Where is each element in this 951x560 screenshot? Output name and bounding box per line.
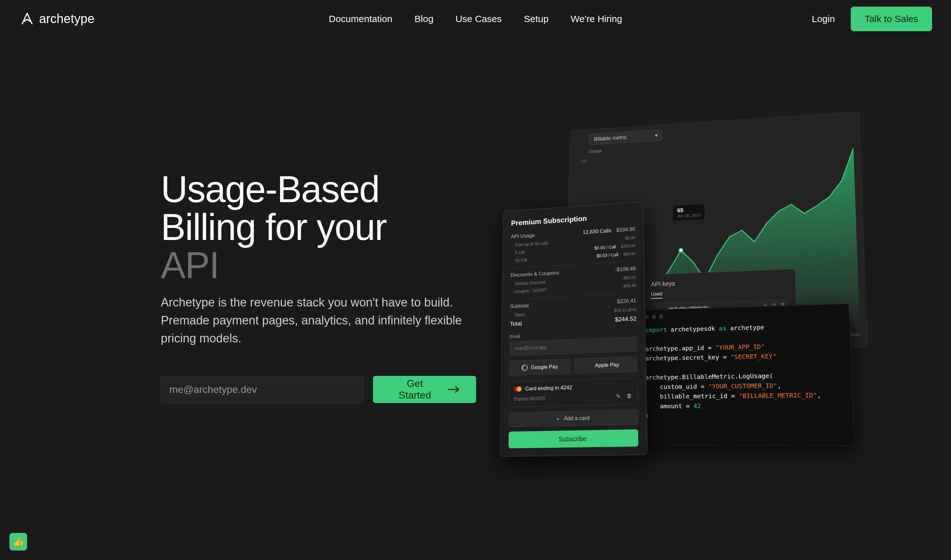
amount: -$58.49	[622, 283, 636, 289]
archetype-mark-icon	[19, 11, 35, 27]
traffic-yellow-icon	[652, 315, 656, 319]
label: Discounts & Coupons	[511, 270, 559, 278]
thumbs-up-icon: 👍	[13, 537, 24, 547]
tab-used[interactable]: Used	[651, 291, 662, 298]
nav-blog[interactable]: Blog	[415, 14, 434, 24]
label: Startup Discount	[515, 280, 545, 286]
label: Taxes	[514, 312, 525, 317]
google-pay-button[interactable]: Google Pay	[509, 359, 570, 376]
cta-row: Get Started	[161, 376, 476, 403]
code-token: 42	[693, 402, 701, 409]
code-token: "BILLABLE_METRIC_ID"	[739, 391, 817, 400]
brand-name: archetype	[39, 12, 95, 26]
code-token: "YOUR_CUSTOMER_ID"	[708, 382, 777, 390]
nav-hiring[interactable]: We're Hiring	[571, 14, 622, 24]
code-token: ,	[777, 382, 781, 389]
amount: $18.11 (8%)	[614, 307, 636, 313]
code-token: "YOUR_APP_ID"	[715, 343, 765, 351]
amount: $226.41	[617, 298, 636, 305]
amount: -$50.00	[622, 275, 636, 281]
brand-logo[interactable]: archetype	[19, 11, 95, 27]
rate: $0.03 / Call	[597, 252, 619, 258]
code-token: ,	[817, 391, 821, 399]
line-total: Total $244.52	[510, 315, 637, 328]
product-illustration-cluster: Billable metric ▾ Usage 150 100 50 0	[498, 114, 877, 549]
code-token: .BillableMetric.LogUsage(	[678, 372, 773, 381]
amount: $250.00	[621, 243, 636, 249]
code-token: billable_metric_id =	[645, 392, 739, 400]
google-pay-label: Google Pay	[531, 363, 558, 371]
talk-to-sales-button[interactable]: Talk to Sales	[851, 7, 932, 31]
subscriber-email-input[interactable]	[509, 337, 637, 356]
metric-select[interactable]: Billable metric ▾	[589, 129, 663, 145]
code-token: archetype	[730, 323, 764, 332]
get-started-button[interactable]: Get Started	[373, 376, 476, 403]
code-token: "SECRET_KEY"	[731, 352, 777, 360]
code-token: amount =	[645, 402, 693, 410]
amount: $244.52	[615, 315, 636, 323]
get-started-label: Get Started	[389, 378, 440, 401]
hero-title: Usage-Based Billing for your API	[161, 170, 476, 284]
subscription-panel: Premium Subscription API Usage 12,830 Ca…	[500, 202, 647, 457]
code-token: archetype	[645, 373, 678, 381]
label: API Usage	[511, 232, 535, 240]
subscription-title: Premium Subscription	[511, 211, 635, 227]
code-sample-panel: import archetypesdk as archetype archety…	[639, 304, 855, 446]
card-expiry: Expires 09/2025	[514, 396, 545, 402]
code-token: .app_id =	[678, 344, 715, 352]
label: Coupon: "10OFF"	[514, 288, 547, 294]
amount: $334.90	[616, 226, 635, 233]
code-token: archetype	[645, 345, 678, 352]
label: 5-10k	[515, 250, 525, 255]
add-card-label: Add a card	[564, 415, 589, 422]
hero-email-input[interactable]	[161, 376, 363, 403]
nav-documentation[interactable]: Documentation	[329, 14, 392, 24]
amount: $0.00	[625, 235, 636, 241]
nav-setup[interactable]: Setup	[524, 14, 548, 24]
hero-subtitle: Archetype is the revenue stack you won't…	[161, 294, 463, 348]
label: Total	[510, 320, 522, 327]
traffic-green-icon	[659, 314, 663, 319]
apple-pay-button[interactable]: Apple Pay	[574, 357, 637, 374]
chevron-down-icon: ▾	[655, 132, 658, 138]
google-icon	[522, 365, 528, 371]
header-actions: Login Talk to Sales	[812, 7, 933, 31]
saved-card[interactable]: Card ending in 4242 Expires 09/2025 ✎ 🗑	[509, 378, 637, 408]
site-header: archetype Documentation Blog Use Cases S…	[0, 0, 951, 38]
code-token: archetype	[645, 354, 678, 362]
code-token: .secret_key =	[678, 353, 731, 362]
nav-usecases[interactable]: Use Cases	[455, 14, 502, 24]
hero-copy: Usage-Based Billing for your API Archety…	[161, 170, 476, 403]
code-token: as	[719, 325, 726, 332]
svg-point-0	[679, 248, 683, 252]
chart-caption: Usage	[589, 148, 602, 154]
hero-title-api: API	[161, 245, 219, 286]
amount: $84.90	[623, 251, 636, 257]
code-body: import archetypesdk as archetype archety…	[639, 318, 854, 427]
api-keys-title: API keys	[651, 276, 789, 288]
code-token: custom_uid =	[645, 383, 708, 391]
hero-title-line2: Billing for your	[161, 206, 386, 248]
rate: $0.05 / Call	[594, 245, 616, 250]
metric-select-label: Billable metric	[594, 134, 626, 142]
mastercard-icon	[514, 386, 522, 392]
hero-section: Usage-Based Billing for your API Archety…	[0, 38, 951, 403]
amount: -$108.49	[615, 266, 636, 273]
trash-icon[interactable]: 🗑	[626, 392, 632, 400]
primary-nav: Documentation Blog Use Cases Setup We're…	[329, 14, 622, 24]
ytick: 150	[580, 159, 587, 164]
value: 12,830 Calls	[583, 228, 611, 235]
wallet-buttons: Google Pay Apple Pay	[509, 357, 637, 376]
subscribe-button[interactable]: Subscribe	[509, 429, 639, 448]
code-token: archetypesdk	[671, 325, 715, 333]
plus-icon: ＋	[556, 415, 561, 423]
add-card-button[interactable]: ＋ Add a card	[509, 409, 638, 427]
edit-icon[interactable]: ✎	[616, 393, 620, 400]
login-link[interactable]: Login	[812, 14, 835, 24]
label: 10-12k	[515, 257, 527, 263]
apple-pay-label: Apple Pay	[595, 362, 619, 369]
hero-title-line1: Usage-Based	[161, 168, 379, 210]
arrow-right-icon	[448, 385, 460, 394]
feedback-widget[interactable]: 👍	[9, 533, 27, 551]
tooltip-date: Jun 10, 2023	[677, 213, 700, 218]
